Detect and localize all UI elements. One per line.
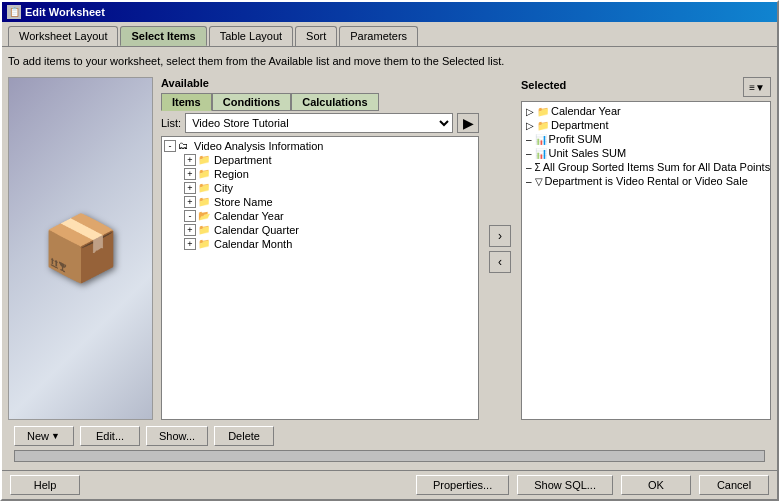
delete-button[interactable]: Delete <box>214 426 274 446</box>
dept-icon: 📁 <box>198 154 212 166</box>
root-expander[interactable]: - <box>164 140 176 152</box>
cube-illustration: 📦 <box>41 211 121 286</box>
show-sql-button[interactable]: Show SQL... <box>517 475 613 495</box>
selected-item-department[interactable]: ▷ 📁 Department <box>524 118 768 132</box>
tree-item-calendar-quarter[interactable]: + 📁 Calendar Quarter <box>164 223 476 237</box>
city-icon: 📁 <box>198 182 212 194</box>
expand-icon: – <box>526 176 532 187</box>
tree-item-label: Store Name <box>214 196 273 208</box>
expand-icon: ▷ <box>526 106 534 117</box>
tree-item-calendar-year[interactable]: - 📂 Calendar Year <box>164 209 476 223</box>
sort-button[interactable]: ≡▼ <box>743 77 771 97</box>
move-right-button[interactable]: › <box>489 225 511 247</box>
selected-item-department-filter[interactable]: – ▽ Department is Video Rental or Video … <box>524 174 768 188</box>
tree-item-label: City <box>214 182 233 194</box>
folder-icon: 📁 <box>537 120 549 131</box>
properties-button[interactable]: Properties... <box>416 475 509 495</box>
tab-worksheet-layout[interactable]: Worksheet Layout <box>8 26 118 46</box>
action-buttons-row: New ▼ Edit... Show... Delete <box>8 420 771 448</box>
expand-icon: ▷ <box>526 120 534 131</box>
tree-item-label: Calendar Year <box>214 210 284 222</box>
tabs-bar: Worksheet Layout Select Items Table Layo… <box>2 22 777 46</box>
dept-expander[interactable]: + <box>184 154 196 166</box>
instruction-text: To add items to your worksheet, select t… <box>8 53 771 69</box>
cal-quarter-icon: 📁 <box>198 224 212 236</box>
region-expander[interactable]: + <box>184 168 196 180</box>
tree-item-label: Region <box>214 168 249 180</box>
cal-month-icon: 📁 <box>198 238 212 250</box>
selected-item-label: Unit Sales SUM <box>549 147 627 159</box>
selected-item-label: Calendar Year <box>551 105 621 117</box>
available-tree[interactable]: - 🗂 Video Analysis Information + 📁 Depar… <box>161 136 479 420</box>
folder-icon: 📁 <box>537 106 549 117</box>
tree-item-label: Calendar Month <box>214 238 292 250</box>
expand-icon: – <box>526 162 532 173</box>
tab-select-items[interactable]: Select Items <box>120 26 206 46</box>
selected-header: Selected ≡▼ <box>521 77 771 97</box>
tree-item-calendar-month[interactable]: + 📁 Calendar Month <box>164 237 476 251</box>
selected-item-label: Department is Video Rental or Video Sale <box>545 175 748 187</box>
selected-item-label: Department <box>551 119 608 131</box>
cal-quarter-expander[interactable]: + <box>184 224 196 236</box>
footer-bar: Help Properties... Show SQL... OK Cancel <box>2 470 777 499</box>
city-expander[interactable]: + <box>184 182 196 194</box>
list-dropdown[interactable]: Video Store Tutorial <box>185 113 453 133</box>
tree-item-department[interactable]: + 📁 Department <box>164 153 476 167</box>
tab-sort[interactable]: Sort <box>295 26 337 46</box>
ok-button[interactable]: OK <box>621 475 691 495</box>
inner-tabs: Items Conditions Calculations <box>161 93 479 111</box>
window-icon: 📋 <box>7 5 21 19</box>
title-bar: 📋 Edit Worksheet <box>2 2 777 22</box>
expand-icon: – <box>526 148 532 159</box>
region-icon: 📁 <box>198 168 212 180</box>
filter-icon: ▽ <box>535 176 543 187</box>
tab-table-layout[interactable]: Table Layout <box>209 26 293 46</box>
main-panels: 📦 Available Items Conditions Calculation… <box>8 77 771 420</box>
measure-icon: 📊 <box>535 148 547 159</box>
list-selector-row: List: Video Store Tutorial ▶ <box>161 113 479 133</box>
available-label: Available <box>161 77 479 89</box>
content-area: To add items to your worksheet, select t… <box>2 46 777 470</box>
show-button[interactable]: Show... <box>146 426 208 446</box>
selected-item-label: Profit SUM <box>549 133 602 145</box>
help-button[interactable]: Help <box>10 475 80 495</box>
selected-panel: Selected ≡▼ ▷ 📁 Calendar Year ▷ 📁 Depart… <box>521 77 771 420</box>
measure-icon: 📊 <box>535 134 547 145</box>
inner-tab-calculations[interactable]: Calculations <box>291 93 378 111</box>
tree-root-label: Video Analysis Information <box>194 140 323 152</box>
move-left-button[interactable]: ‹ <box>489 251 511 273</box>
list-label: List: <box>161 117 181 129</box>
store-expander[interactable]: + <box>184 196 196 208</box>
selected-item-label: All Group Sorted Items Sum for All Data … <box>543 161 770 173</box>
inner-tab-items[interactable]: Items <box>161 93 212 111</box>
tree-root-item[interactable]: - 🗂 Video Analysis Information <box>164 139 476 153</box>
tree-item-city[interactable]: + 📁 City <box>164 181 476 195</box>
tree-item-region[interactable]: + 📁 Region <box>164 167 476 181</box>
store-icon: 📁 <box>198 196 212 208</box>
left-decoration: 📦 <box>8 77 153 420</box>
calc-icon: Σ <box>535 162 541 173</box>
selected-tree[interactable]: ▷ 📁 Calendar Year ▷ 📁 Department – 📊 Pro… <box>521 101 771 420</box>
arrow-panel: › ‹ <box>487 77 513 420</box>
selected-item-profit-sum[interactable]: – 📊 Profit SUM <box>524 132 768 146</box>
selected-item-calendar-year[interactable]: ▷ 📁 Calendar Year <box>524 104 768 118</box>
browse-button[interactable]: ▶ <box>457 113 479 133</box>
tree-item-label: Calendar Quarter <box>214 224 299 236</box>
selected-item-all-group[interactable]: – Σ All Group Sorted Items Sum for All D… <box>524 160 768 174</box>
progress-bar <box>14 450 765 462</box>
edit-button[interactable]: Edit... <box>80 426 140 446</box>
cancel-button[interactable]: Cancel <box>699 475 769 495</box>
selected-item-unit-sales-sum[interactable]: – 📊 Unit Sales SUM <box>524 146 768 160</box>
cal-month-expander[interactable]: + <box>184 238 196 250</box>
selected-label: Selected <box>521 79 566 91</box>
folder-icon: 🗂 <box>178 140 192 152</box>
available-panel: Available Items Conditions Calculations … <box>161 77 479 420</box>
window-title: Edit Worksheet <box>25 6 772 18</box>
cal-year-icon: 📂 <box>198 210 212 222</box>
new-button[interactable]: New ▼ <box>14 426 74 446</box>
cal-year-expander[interactable]: - <box>184 210 196 222</box>
inner-tab-conditions[interactable]: Conditions <box>212 93 291 111</box>
tab-parameters[interactable]: Parameters <box>339 26 418 46</box>
expand-icon: – <box>526 134 532 145</box>
tree-item-store-name[interactable]: + 📁 Store Name <box>164 195 476 209</box>
